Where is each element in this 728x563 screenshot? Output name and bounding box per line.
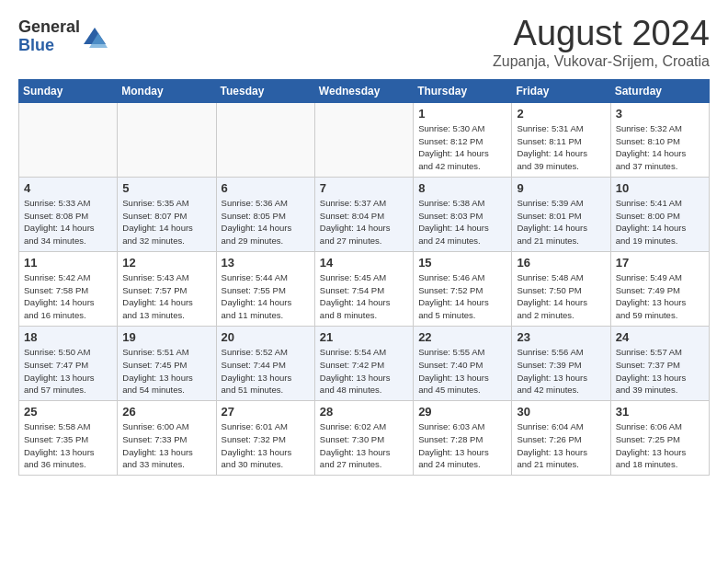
day-info: Sunrise: 5:51 AM Sunset: 7:45 PM Dayligh… [122, 346, 210, 396]
day-number: 4 [24, 181, 112, 195]
day-number: 3 [616, 107, 704, 121]
day-number: 2 [517, 107, 605, 121]
calendar-cell: 23Sunrise: 5:56 AM Sunset: 7:39 PM Dayli… [512, 326, 610, 400]
day-info: Sunrise: 5:58 AM Sunset: 7:35 PM Dayligh… [24, 420, 112, 471]
calendar-cell: 24Sunrise: 5:57 AM Sunset: 7:37 PM Dayli… [610, 326, 709, 400]
weekday-header-row: SundayMondayTuesdayWednesdayThursdayFrid… [19, 79, 710, 102]
day-info: Sunrise: 5:57 AM Sunset: 7:37 PM Dayligh… [616, 346, 704, 396]
day-info: Sunrise: 6:03 AM Sunset: 7:28 PM Dayligh… [418, 420, 506, 471]
day-number: 19 [122, 330, 210, 344]
calendar-cell [216, 102, 314, 177]
title-area: August 2024 Zupanja, Vukovar-Srijem, Cro… [493, 15, 710, 70]
calendar-cell: 31Sunrise: 6:06 AM Sunset: 7:25 PM Dayli… [610, 401, 709, 476]
day-number: 15 [418, 256, 506, 270]
day-info: Sunrise: 5:48 AM Sunset: 7:50 PM Dayligh… [517, 271, 605, 322]
calendar-cell: 22Sunrise: 5:55 AM Sunset: 7:40 PM Dayli… [414, 326, 512, 400]
calendar-cell: 11Sunrise: 5:42 AM Sunset: 7:58 PM Dayli… [19, 251, 118, 326]
day-info: Sunrise: 5:49 AM Sunset: 7:49 PM Dayligh… [616, 271, 704, 322]
calendar-cell [19, 102, 118, 177]
day-info: Sunrise: 6:02 AM Sunset: 7:30 PM Dayligh… [320, 420, 408, 471]
day-info: Sunrise: 5:35 AM Sunset: 8:07 PM Dayligh… [122, 197, 210, 247]
day-info: Sunrise: 5:32 AM Sunset: 8:10 PM Dayligh… [616, 122, 704, 173]
day-number: 11 [24, 256, 112, 270]
calendar-cell: 13Sunrise: 5:44 AM Sunset: 7:55 PM Dayli… [216, 251, 314, 326]
day-number: 26 [122, 405, 210, 419]
day-number: 9 [517, 181, 605, 195]
day-info: Sunrise: 5:42 AM Sunset: 7:58 PM Dayligh… [24, 271, 112, 322]
month-title: August 2024 [493, 15, 710, 53]
day-number: 31 [616, 405, 704, 419]
day-info: Sunrise: 6:04 AM Sunset: 7:26 PM Dayligh… [517, 420, 605, 471]
day-number: 21 [320, 330, 408, 344]
calendar-table: SundayMondayTuesdayWednesdayThursdayFrid… [18, 79, 710, 476]
calendar-cell: 4Sunrise: 5:33 AM Sunset: 8:08 PM Daylig… [19, 177, 118, 251]
day-info: Sunrise: 5:44 AM Sunset: 7:55 PM Dayligh… [222, 271, 310, 322]
day-info: Sunrise: 5:31 AM Sunset: 8:11 PM Dayligh… [517, 122, 605, 173]
day-info: Sunrise: 6:00 AM Sunset: 7:33 PM Dayligh… [122, 420, 210, 471]
day-number: 16 [517, 256, 605, 270]
day-number: 29 [418, 405, 506, 419]
calendar-cell: 15Sunrise: 5:46 AM Sunset: 7:52 PM Dayli… [414, 251, 512, 326]
calendar-cell: 28Sunrise: 6:02 AM Sunset: 7:30 PM Dayli… [314, 401, 413, 476]
day-info: Sunrise: 5:52 AM Sunset: 7:44 PM Dayligh… [222, 346, 310, 396]
calendar-cell [118, 102, 216, 177]
day-number: 6 [222, 181, 310, 195]
week-row-3: 11Sunrise: 5:42 AM Sunset: 7:58 PM Dayli… [19, 251, 710, 326]
calendar-cell: 2Sunrise: 5:31 AM Sunset: 8:11 PM Daylig… [512, 102, 610, 177]
day-number: 27 [222, 405, 310, 419]
calendar-cell: 20Sunrise: 5:52 AM Sunset: 7:44 PM Dayli… [216, 326, 314, 400]
logo-blue: Blue [18, 36, 54, 54]
calendar-cell: 21Sunrise: 5:54 AM Sunset: 7:42 PM Dayli… [314, 326, 413, 400]
day-number: 17 [616, 256, 704, 270]
calendar-cell: 17Sunrise: 5:49 AM Sunset: 7:49 PM Dayli… [610, 251, 709, 326]
weekday-header-wednesday: Wednesday [314, 79, 413, 102]
logo: General Blue [18, 18, 108, 55]
calendar-cell: 16Sunrise: 5:48 AM Sunset: 7:50 PM Dayli… [512, 251, 610, 326]
day-info: Sunrise: 5:38 AM Sunset: 8:03 PM Dayligh… [418, 197, 506, 247]
week-row-4: 18Sunrise: 5:50 AM Sunset: 7:47 PM Dayli… [19, 326, 710, 400]
week-row-5: 25Sunrise: 5:58 AM Sunset: 7:35 PM Dayli… [19, 401, 710, 476]
weekday-header-friday: Friday [512, 79, 610, 102]
day-number: 7 [320, 181, 408, 195]
calendar-cell: 25Sunrise: 5:58 AM Sunset: 7:35 PM Dayli… [19, 401, 118, 476]
weekday-header-saturday: Saturday [610, 79, 709, 102]
day-info: Sunrise: 6:06 AM Sunset: 7:25 PM Dayligh… [616, 420, 704, 471]
day-number: 22 [418, 330, 506, 344]
day-number: 12 [122, 256, 210, 270]
calendar-cell: 3Sunrise: 5:32 AM Sunset: 8:10 PM Daylig… [610, 102, 709, 177]
day-info: Sunrise: 5:50 AM Sunset: 7:47 PM Dayligh… [24, 346, 112, 396]
day-info: Sunrise: 5:43 AM Sunset: 7:57 PM Dayligh… [122, 271, 210, 322]
calendar-cell: 27Sunrise: 6:01 AM Sunset: 7:32 PM Dayli… [216, 401, 314, 476]
calendar-cell: 10Sunrise: 5:41 AM Sunset: 8:00 PM Dayli… [610, 177, 709, 251]
week-row-1: 1Sunrise: 5:30 AM Sunset: 8:12 PM Daylig… [19, 102, 710, 177]
day-number: 8 [418, 181, 506, 195]
day-number: 13 [222, 256, 310, 270]
calendar-cell: 29Sunrise: 6:03 AM Sunset: 7:28 PM Dayli… [414, 401, 512, 476]
day-info: Sunrise: 6:01 AM Sunset: 7:32 PM Dayligh… [222, 420, 310, 471]
day-info: Sunrise: 5:45 AM Sunset: 7:54 PM Dayligh… [320, 271, 408, 322]
location: Zupanja, Vukovar-Srijem, Croatia [493, 53, 710, 70]
calendar-cell: 1Sunrise: 5:30 AM Sunset: 8:12 PM Daylig… [414, 102, 512, 177]
day-info: Sunrise: 5:37 AM Sunset: 8:04 PM Dayligh… [320, 197, 408, 247]
day-number: 20 [222, 330, 310, 344]
logo-text: General Blue [18, 18, 80, 55]
calendar-cell: 8Sunrise: 5:38 AM Sunset: 8:03 PM Daylig… [414, 177, 512, 251]
day-info: Sunrise: 5:39 AM Sunset: 8:01 PM Dayligh… [517, 197, 605, 247]
day-number: 5 [122, 181, 210, 195]
calendar-cell: 7Sunrise: 5:37 AM Sunset: 8:04 PM Daylig… [314, 177, 413, 251]
day-number: 23 [517, 330, 605, 344]
day-number: 24 [616, 330, 704, 344]
calendar-cell: 18Sunrise: 5:50 AM Sunset: 7:47 PM Dayli… [19, 326, 118, 400]
day-number: 10 [616, 181, 704, 195]
calendar-cell: 6Sunrise: 5:36 AM Sunset: 8:05 PM Daylig… [216, 177, 314, 251]
day-info: Sunrise: 5:30 AM Sunset: 8:12 PM Dayligh… [418, 122, 506, 173]
calendar-cell: 14Sunrise: 5:45 AM Sunset: 7:54 PM Dayli… [314, 251, 413, 326]
calendar-cell: 12Sunrise: 5:43 AM Sunset: 7:57 PM Dayli… [118, 251, 216, 326]
calendar-cell: 9Sunrise: 5:39 AM Sunset: 8:01 PM Daylig… [512, 177, 610, 251]
logo-icon [82, 24, 108, 50]
calendar-cell: 30Sunrise: 6:04 AM Sunset: 7:26 PM Dayli… [512, 401, 610, 476]
weekday-header-tuesday: Tuesday [216, 79, 314, 102]
logo-general: General [18, 17, 80, 36]
day-number: 28 [320, 405, 408, 419]
weekday-header-sunday: Sunday [19, 79, 118, 102]
